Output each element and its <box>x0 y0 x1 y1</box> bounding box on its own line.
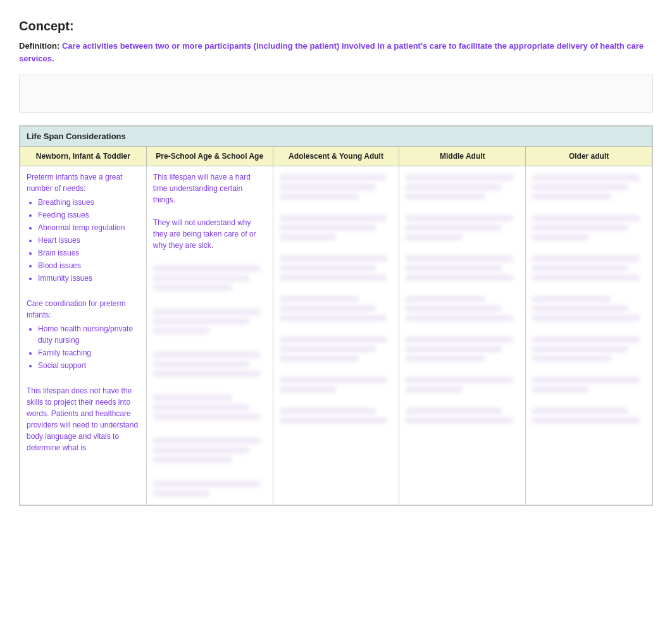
life-span-header: Life Span Considerations <box>20 126 652 147</box>
note-box <box>19 75 653 113</box>
preschool-para1: This lifespan will have a hard time unde… <box>153 171 266 206</box>
col-header-adolescent: Adolescent & Young Adult <box>273 147 399 166</box>
section1-bullets: Breathing issues Feeding issues Abnormal… <box>27 197 140 284</box>
blurred-middle <box>406 175 519 424</box>
list-item: Feeding issues <box>38 209 140 221</box>
cell-newborn: Preterm infants have a great number of n… <box>20 166 147 505</box>
definition-text: Care activities between two or more part… <box>19 41 644 63</box>
cell-adolescent <box>273 166 399 505</box>
col-header-middle: Middle Adult <box>399 147 526 166</box>
list-item: Home health nursing/private duty nursing <box>38 323 140 346</box>
blurred-adolescent <box>280 175 393 424</box>
page-container: Concept: Definition: Care activities bet… <box>0 0 672 633</box>
section2-intro: Care coordination for preterm infants: <box>27 298 140 321</box>
cell-middle-adult <box>399 166 526 505</box>
col-header-preschool: Pre-School Age & School Age <box>146 147 273 166</box>
list-item: Abnormal temp regulation <box>38 222 140 233</box>
col-header-newborn: Newborn, Infant & Toddler <box>20 147 147 166</box>
section2-bullets: Home health nursing/private duty nursing… <box>27 323 140 371</box>
section1-intro: Preterm infants have a great number of n… <box>27 171 140 194</box>
cell-preschool: This lifespan will have a hard time unde… <box>146 166 273 505</box>
concept-title: Concept: <box>19 19 653 34</box>
col-header-older: Older adult <box>526 147 652 166</box>
list-item: Immunity issues <box>38 273 140 284</box>
list-item: Breathing issues <box>38 197 140 208</box>
definition-row: Definition: Care activities between two … <box>19 40 653 65</box>
definition-label: Definition: <box>19 41 59 51</box>
table-row-main: Preterm infants have a great number of n… <box>20 166 652 505</box>
list-item: Family teaching <box>38 347 140 359</box>
section3-text: This lifespan does not have the skills t… <box>27 385 140 453</box>
preschool-para2: They will not understand why they are be… <box>153 217 266 251</box>
lifespan-table: Life Span Considerations Newborn, Infant… <box>20 126 652 505</box>
list-item: Social support <box>38 360 140 371</box>
table-wrapper: Life Span Considerations Newborn, Infant… <box>19 125 653 506</box>
list-item: Brain issues <box>38 247 140 259</box>
list-item: Blood issues <box>38 260 140 271</box>
blurred-older <box>532 175 645 424</box>
cell-older-adult <box>526 166 652 505</box>
list-item: Heart issues <box>38 235 140 246</box>
blurred-preschool <box>153 266 266 496</box>
